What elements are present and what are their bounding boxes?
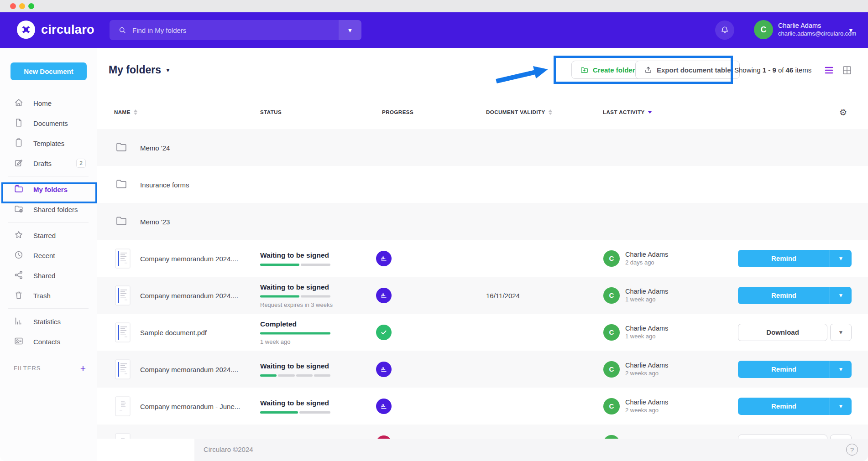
sidebar-item-templates[interactable]: Templates — [0, 133, 97, 153]
user-avatar: C — [603, 435, 620, 439]
remind-button-label[interactable]: Remind — [738, 361, 830, 378]
action-cell: Remind▼ — [738, 398, 852, 415]
row-name[interactable]: Insurance forms — [140, 181, 189, 188]
table-row-document[interactable]: Company memorandum 2024....Waiting to be… — [97, 351, 868, 388]
table-row-document[interactable]: Company memorandum 2024....Waiting to be… — [97, 277, 868, 314]
action-cell: ▼ — [738, 435, 852, 439]
signature-status-icon — [376, 251, 392, 266]
status-cell: Waiting to be signed — [260, 399, 333, 414]
remind-button[interactable]: Remind▼ — [738, 398, 852, 415]
chevron-down-icon: ▼ — [165, 67, 171, 73]
row-name[interactable]: Sample document.pdf — [140, 328, 207, 336]
progress-segment — [260, 374, 277, 377]
table-row-folder[interactable]: Memo '24 — [97, 129, 868, 166]
close-window-button[interactable] — [10, 3, 16, 9]
sidebar-item-trash[interactable]: Trash — [0, 285, 97, 306]
last-activity-cell: CCharlie Adams2 weeks ago — [603, 361, 668, 378]
table-settings-gear-icon[interactable]: ⚙ — [839, 107, 847, 118]
column-header-progress[interactable]: PROGRESS — [382, 109, 413, 115]
new-document-button[interactable]: New Document — [10, 62, 87, 80]
folder-icon — [14, 184, 24, 195]
row-name[interactable]: Company memorandum 2024.... — [140, 365, 238, 373]
action-dropdown-caret[interactable]: ▼ — [830, 324, 852, 341]
column-label: PROGRESS — [382, 109, 413, 115]
table-row-document[interactable]: CanceledCCharlie Adams▼ — [97, 425, 868, 439]
remind-button-label[interactable]: Remind — [738, 287, 830, 304]
sidebar-item-shared-folders[interactable]: Shared folders — [0, 199, 97, 219]
remind-button[interactable]: Remind▼ — [738, 287, 852, 304]
user-menu[interactable]: C Charlie Adams charlie.adams@circularo.… — [754, 20, 856, 39]
last-activity-cell: CCharlie Adams1 week ago — [603, 324, 668, 341]
row-name[interactable]: Memo '24 — [140, 144, 170, 151]
sidebar-item-my-folders[interactable]: My folders — [0, 179, 97, 199]
row-name[interactable]: Company memorandum 2024.... — [140, 254, 238, 262]
bell-icon — [720, 25, 730, 35]
progress-segment — [260, 411, 298, 414]
action-button-label[interactable] — [738, 435, 827, 439]
search-input[interactable] — [132, 26, 339, 34]
sidebar-item-documents[interactable]: Documents — [0, 113, 97, 133]
circularo-logo-icon — [16, 20, 36, 39]
minimize-window-button[interactable] — [19, 3, 25, 9]
last-activity-cell: CCharlie Adams — [603, 435, 668, 439]
action-button[interactable]: ▼ — [738, 435, 852, 439]
action-dropdown-caret[interactable]: ▼ — [830, 287, 852, 304]
help-button[interactable]: ? — [846, 444, 858, 456]
download-button-label[interactable]: Download — [738, 324, 827, 341]
add-filter-button[interactable]: + — [80, 363, 86, 373]
progress-badge — [376, 325, 392, 340]
activity-person-name: Charlie Adams — [625, 362, 668, 369]
export-document-table-button[interactable]: Export document table — [635, 61, 740, 79]
chevron-down-icon[interactable]: ▼ — [848, 27, 854, 34]
row-name[interactable]: Company memorandum 2024.... — [140, 291, 238, 299]
create-folder-button[interactable]: Create folder — [571, 61, 644, 79]
table-row-folder[interactable]: Insurance forms — [97, 166, 868, 203]
column-header-status[interactable]: STATUS — [260, 109, 282, 115]
row-name[interactable]: Company memorandum - June... — [140, 402, 240, 410]
table-row-folder[interactable]: Memo '23 — [97, 203, 868, 240]
sort-desc-icon — [648, 111, 652, 114]
list-view-toggle[interactable] — [824, 65, 835, 76]
action-cell: Remind▼ — [738, 287, 852, 304]
status-text: Completed — [260, 320, 333, 328]
column-header-last-activity[interactable]: LAST ACTIVITY — [603, 109, 652, 115]
sidebar-item-label: Statistics — [33, 318, 61, 326]
action-dropdown-caret[interactable]: ▼ — [830, 361, 852, 378]
sidebar-divider — [8, 222, 89, 223]
table-row-document[interactable]: Sample document.pdfCompleted1 week agoCC… — [97, 314, 868, 351]
download-button[interactable]: Download▼ — [738, 324, 852, 341]
sidebar-item-starred[interactable]: Starred — [0, 225, 97, 245]
activity-time: 2 days ago — [625, 259, 668, 266]
remind-button-label[interactable]: Remind — [738, 398, 830, 415]
sidebar-item-statistics[interactable]: Statistics — [0, 311, 97, 332]
table-row-document[interactable]: Company memorandum 2024....Waiting to be… — [97, 240, 868, 277]
sidebar-item-home[interactable]: Home — [0, 93, 97, 113]
maximize-window-button[interactable] — [28, 3, 34, 9]
document-thumbnail-icon — [115, 433, 131, 439]
sidebar-item-label: Shared — [33, 272, 55, 280]
row-name[interactable]: Memo '23 — [140, 218, 170, 225]
copyright-text: Circularo ©2024 — [204, 445, 253, 453]
sidebar-item-shared[interactable]: Shared — [0, 265, 97, 285]
table-row-document[interactable]: Company memorandum - June...Waiting to b… — [97, 388, 868, 425]
remind-button[interactable]: Remind▼ — [738, 250, 852, 267]
sidebar-item-contacts[interactable]: Contacts — [0, 332, 97, 352]
brand-logo[interactable]: circularo — [16, 20, 94, 39]
action-dropdown-caret[interactable]: ▼ — [830, 250, 852, 267]
sidebar-item-recent[interactable]: Recent — [0, 245, 97, 265]
action-dropdown-caret[interactable]: ▼ — [830, 435, 852, 439]
sidebar-item-label: Documents — [33, 119, 68, 127]
sidebar-item-drafts[interactable]: Drafts2 — [0, 153, 97, 173]
column-header-document-validity[interactable]: DOCUMENT VALIDITY — [486, 109, 552, 115]
grid-view-toggle[interactable] — [842, 65, 852, 76]
remind-button-label[interactable]: Remind — [738, 250, 830, 267]
progress-badge — [376, 251, 392, 266]
remind-button[interactable]: Remind▼ — [738, 361, 852, 378]
column-header-name[interactable]: NAME — [114, 109, 137, 115]
shared-folder-icon — [14, 204, 24, 215]
search-scope-dropdown[interactable]: ▼ — [339, 20, 361, 40]
notifications-button[interactable] — [715, 21, 734, 40]
app-header: circularo ▼ C Charlie Adams charlie.adam… — [0, 12, 868, 48]
action-dropdown-caret[interactable]: ▼ — [830, 398, 852, 415]
page-title[interactable]: My folders ▼ — [109, 64, 171, 76]
